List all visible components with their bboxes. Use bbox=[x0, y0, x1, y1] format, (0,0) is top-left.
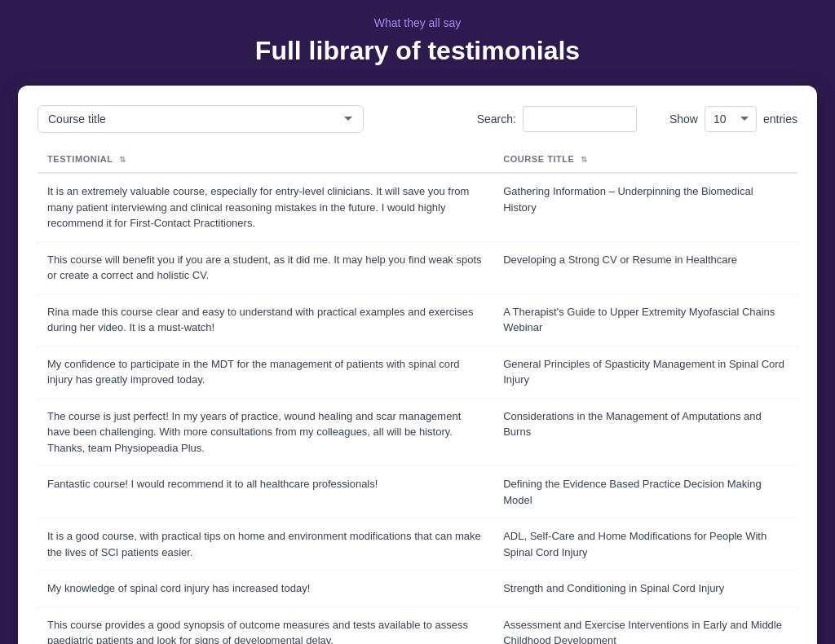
cell-course-5: Defining the Evidence Based Practice Dec… bbox=[493, 466, 797, 518]
col-header-testimonial[interactable]: TESTIMONIAL ⇅ bbox=[38, 146, 493, 173]
table-row: It is an extremely valuable course, espe… bbox=[38, 173, 797, 241]
table-row: Fantastic course! I would recommend it t… bbox=[38, 466, 797, 518]
controls-row: Course title Search: Show 10 25 50 100 e… bbox=[38, 105, 797, 133]
cell-testimonial-1: This course will benefit you if you are … bbox=[38, 241, 493, 293]
cell-course-4: Considerations in the Management of Ampu… bbox=[493, 398, 797, 466]
cell-course-2: A Therapist's Guide to Upper Extremity M… bbox=[493, 293, 797, 346]
entries-label: entries bbox=[763, 112, 797, 126]
table-row: It is a good course, with practical tips… bbox=[38, 518, 797, 571]
cell-course-0: Gathering Information – Underpinning the… bbox=[493, 173, 797, 241]
cell-testimonial-5: Fantastic course! I would recommend it t… bbox=[38, 466, 493, 518]
cell-testimonial-7: My knowledge of spinal cord injury has i… bbox=[38, 571, 493, 607]
sort-icon-course: ⇅ bbox=[581, 155, 588, 164]
page-header: What they all say Full library of testim… bbox=[255, 16, 580, 66]
show-select[interactable]: 10 25 50 100 bbox=[705, 106, 757, 132]
page-subtitle: What they all say bbox=[255, 16, 580, 29]
cell-testimonial-3: My confidence to participate in the MDT … bbox=[38, 346, 493, 398]
cell-course-7: Strength and Conditioning in Spinal Cord… bbox=[493, 571, 797, 607]
cell-course-1: Developing a Strong CV or Resume in Heal… bbox=[493, 241, 797, 293]
cell-course-8: Assessment and Exercise Interventions in… bbox=[493, 607, 797, 644]
table-row: This course will benefit you if you are … bbox=[38, 241, 797, 293]
show-label: Show bbox=[669, 112, 698, 126]
table-row: Rina made this course clear and easy to … bbox=[38, 293, 797, 346]
search-container: Search: bbox=[477, 106, 637, 132]
cell-testimonial-4: The course is just perfect! In my years … bbox=[38, 398, 493, 466]
show-container: Show 10 25 50 100 entries bbox=[669, 106, 797, 132]
table-row: My knowledge of spinal cord injury has i… bbox=[38, 571, 797, 607]
table-row: My confidence to participate in the MDT … bbox=[38, 346, 797, 398]
main-card: Course title Search: Show 10 25 50 100 e… bbox=[18, 86, 817, 644]
cell-course-3: General Principles of Spasticity Managem… bbox=[493, 346, 797, 398]
cell-course-6: ADL, Self-Care and Home Modifications fo… bbox=[493, 518, 797, 571]
col-header-course-title[interactable]: COURSE TITLE ⇅ bbox=[493, 146, 797, 173]
cell-testimonial-2: Rina made this course clear and easy to … bbox=[38, 293, 493, 346]
cell-testimonial-8: This course provides a good synopsis of … bbox=[38, 607, 493, 644]
cell-testimonial-6: It is a good course, with practical tips… bbox=[38, 518, 493, 571]
course-title-select[interactable]: Course title bbox=[38, 105, 364, 133]
search-label: Search: bbox=[477, 112, 516, 126]
table-row: The course is just perfect! In my years … bbox=[38, 398, 797, 466]
table-header-row: TESTIMONIAL ⇅ COURSE TITLE ⇅ bbox=[38, 146, 797, 173]
testimonials-table: TESTIMONIAL ⇅ COURSE TITLE ⇅ It is an ex… bbox=[38, 146, 797, 644]
search-input[interactable] bbox=[523, 106, 637, 132]
sort-icon-testimonial: ⇅ bbox=[119, 155, 126, 164]
page-title: Full library of testimonials bbox=[255, 36, 580, 66]
table-row: This course provides a good synopsis of … bbox=[38, 607, 797, 644]
cell-testimonial-0: It is an extremely valuable course, espe… bbox=[38, 173, 493, 241]
